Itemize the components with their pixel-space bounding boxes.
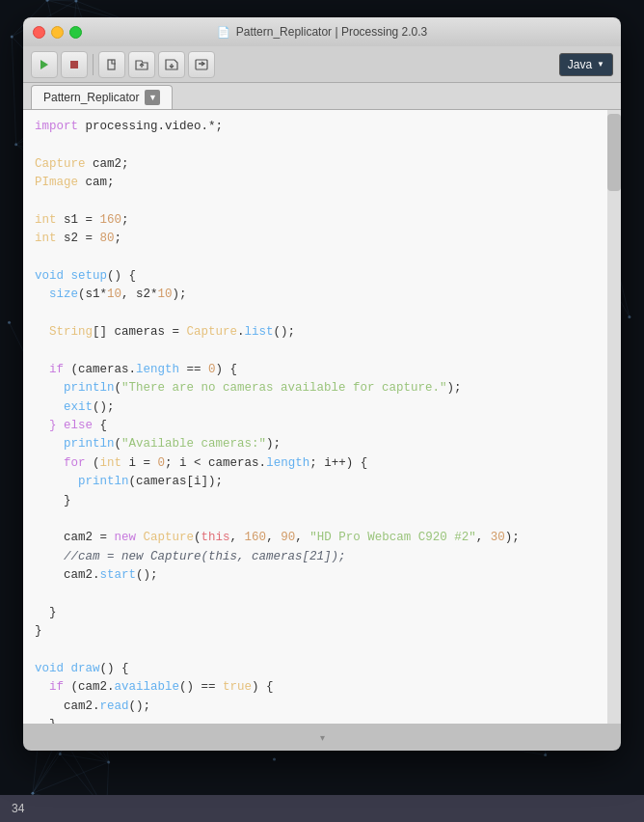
new-button[interactable] xyxy=(98,51,125,78)
titlebar: 📄 Pattern_Replicator | Processing 2.0.3 xyxy=(23,17,621,46)
file-icon: 📄 xyxy=(217,26,230,39)
scroll-indicator: ▾ xyxy=(320,732,325,743)
code-line xyxy=(35,342,596,361)
code-container: import processing.video.*; Capture cam2;… xyxy=(23,110,621,724)
code-line: for (int i = 0; i < cameras.length; i++)… xyxy=(35,454,596,473)
code-line: exit(); xyxy=(35,398,596,417)
toolbar: Java xyxy=(23,46,621,83)
code-line: if (cam2.available() == true) { xyxy=(35,678,596,697)
line-number: 34 xyxy=(12,802,24,815)
scrollbar[interactable] xyxy=(607,110,621,724)
code-line: } xyxy=(35,622,596,641)
tab-dropdown-icon[interactable]: ▼ xyxy=(145,90,160,105)
code-line xyxy=(35,305,596,323)
code-line: } xyxy=(35,492,596,510)
minimize-button[interactable] xyxy=(51,26,64,39)
toolbar-separator-1 xyxy=(93,54,94,75)
bottom-bar: ▾ xyxy=(23,724,621,751)
code-line: println(cameras[i]); xyxy=(35,473,596,491)
run-button[interactable] xyxy=(31,51,58,78)
open-button[interactable] xyxy=(128,51,155,78)
tab-pattern-replicator[interactable]: Pattern_Replicator ▼ xyxy=(31,85,173,109)
java-dropdown[interactable]: Java xyxy=(559,53,613,76)
code-line xyxy=(35,193,596,211)
code-line: import processing.video.*; xyxy=(35,118,596,136)
code-line: int s2 = 80; xyxy=(35,230,596,248)
code-line xyxy=(35,249,596,267)
code-line: } xyxy=(35,604,596,622)
code-line xyxy=(35,585,596,603)
code-line: int s1 = 160; xyxy=(35,211,596,230)
code-line xyxy=(35,136,596,154)
code-line: //cam = new Capture(this, cameras[21]); xyxy=(35,548,596,566)
svg-rect-7 xyxy=(196,60,207,69)
svg-marker-0 xyxy=(40,60,48,69)
code-line: cam2.start(); xyxy=(35,566,596,585)
export-button[interactable] xyxy=(188,51,215,78)
code-line: } xyxy=(35,716,596,724)
code-line: PImage cam; xyxy=(35,174,596,192)
code-line: cam2 = new Capture(this, 160, 90, "HD Pr… xyxy=(35,529,596,547)
close-button[interactable] xyxy=(33,26,45,39)
code-line: Capture cam2; xyxy=(35,155,596,174)
code-line: void setup() { xyxy=(35,267,596,286)
stop-button[interactable] xyxy=(61,51,88,78)
code-line: size(s1*10, s2*10); xyxy=(35,286,596,304)
code-line: println("Available cameras:"); xyxy=(35,435,596,453)
maximize-button[interactable] xyxy=(69,26,82,39)
tabbar: Pattern_Replicator ▼ xyxy=(23,83,621,110)
status-bar: 34 xyxy=(0,795,644,822)
window-title: 📄 Pattern_Replicator | Processing 2.0.3 xyxy=(217,25,428,39)
code-line: println("There are no cameras available … xyxy=(35,379,596,397)
scrollbar-thumb[interactable] xyxy=(607,114,621,191)
svg-rect-1 xyxy=(70,61,78,68)
code-editor[interactable]: import processing.video.*; Capture cam2;… xyxy=(23,110,607,724)
code-line: cam2.read(); xyxy=(35,698,596,716)
code-line: void draw() { xyxy=(35,660,596,678)
code-line xyxy=(35,510,596,529)
save-button[interactable] xyxy=(158,51,185,78)
code-line xyxy=(35,642,596,660)
code-line: String[] cameras = Capture.list(); xyxy=(35,323,596,342)
code-line: if (cameras.length == 0) { xyxy=(35,361,596,379)
code-line: } else { xyxy=(35,417,596,435)
